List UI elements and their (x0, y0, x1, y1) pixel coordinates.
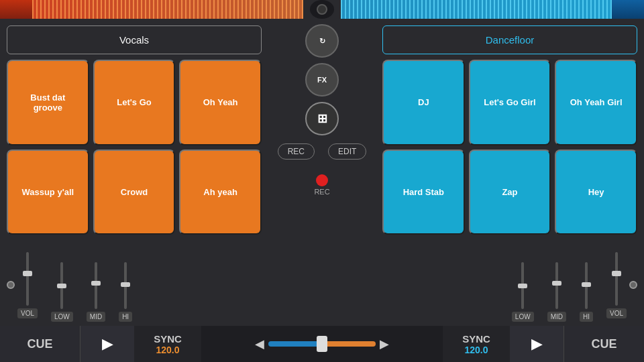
center-panel: ↻ FX ⊞ REC EDIT REC (268, 19, 376, 327)
left-eq-faders: LOW MID HI (40, 248, 132, 322)
right-sync-bpm: 120.0 (464, 345, 488, 355)
right-thumb (612, 0, 644, 19)
left-vol-section: VOL (7, 252, 38, 318)
left-play-button[interactable]: ▶ (80, 326, 134, 362)
left-pads-grid: Bust dat groove Let's Go Oh Yeah Wassup … (7, 60, 262, 235)
left-side-dot (7, 281, 15, 289)
right-side-dot (629, 281, 637, 289)
right-panel: Dancefloor DJ Let's Go Girl Oh Yeah Girl… (376, 19, 644, 327)
rec-dot (316, 174, 328, 186)
right-faders-area: LOW MID HI (382, 240, 637, 327)
left-mid-label: MID (87, 312, 105, 322)
pitch-area: ◀ ▶ (201, 326, 443, 362)
left-hi-label: HI (119, 312, 132, 322)
refresh-button[interactable]: ↻ (305, 24, 339, 58)
right-mid-label: MID (547, 312, 566, 322)
grid-icon: ⊞ (317, 111, 327, 126)
grid-button[interactable]: ⊞ (305, 102, 339, 135)
left-pad-2[interactable]: Let's Go (93, 60, 176, 145)
right-pad-1[interactable]: DJ (382, 60, 465, 145)
right-hi-label: HI (580, 312, 593, 322)
waveform-bar (0, 0, 644, 19)
rec-text: REC (314, 188, 329, 196)
right-low-label: LOW (512, 312, 534, 322)
left-sync-area[interactable]: SYNC 120.0 (134, 326, 201, 362)
pitch-slider[interactable] (268, 341, 376, 347)
disc-center (310, 0, 334, 19)
left-pad-3[interactable]: Oh Yeah (179, 60, 262, 145)
right-mid-fader[interactable]: MID (547, 262, 566, 322)
left-panel: Vocals Bust dat groove Let's Go Oh Yeah … (0, 19, 268, 327)
right-waveform (341, 0, 644, 19)
left-faders-area: VOL LOW MID (7, 240, 262, 327)
left-vol-label: VOL (17, 308, 38, 318)
edit-button[interactable]: EDIT (328, 143, 366, 160)
left-hi-fader[interactable]: HI (119, 262, 132, 322)
fx-button[interactable]: FX (305, 63, 339, 97)
right-hi-fader[interactable]: HI (580, 262, 593, 322)
left-cue-button[interactable]: CUE (0, 326, 80, 362)
left-deck-label[interactable]: Vocals (7, 25, 262, 54)
right-cue-button[interactable]: CUE (564, 326, 644, 362)
left-low-label: LOW (51, 312, 73, 322)
bottom-bar: CUE ▶ SYNC 120.0 ◀ ▶ SYNC 120.0 ▶ CUE (0, 326, 644, 362)
right-deck-label[interactable]: Dancefloor (382, 25, 637, 54)
right-play-button[interactable]: ▶ (510, 326, 564, 362)
left-vol-fader[interactable]: VOL (17, 252, 38, 318)
left-mid-fader[interactable]: MID (87, 262, 105, 322)
right-pad-2[interactable]: Let's Go Girl (469, 60, 551, 145)
right-pads-grid: DJ Let's Go Girl Oh Yeah Girl Hard Stab … (382, 60, 637, 235)
left-pad-4[interactable]: Wassup y'all (7, 149, 89, 235)
pitch-left-arrow[interactable]: ◀ (255, 337, 264, 351)
main-layout: Vocals Bust dat groove Let's Go Oh Yeah … (0, 19, 644, 327)
right-vol-section: VOL (606, 252, 637, 318)
right-low-fader[interactable]: LOW (512, 262, 534, 322)
rec-indicator-area: REC (314, 174, 329, 196)
pitch-thumb (317, 336, 327, 352)
pitch-right-arrow[interactable]: ▶ (380, 337, 389, 351)
refresh-icon: ↻ (319, 37, 325, 46)
rec-edit-row: REC EDIT (278, 143, 367, 160)
left-thumb (0, 0, 32, 19)
right-vol-fader[interactable]: VOL (606, 252, 627, 318)
right-pad-5[interactable]: Zap (469, 149, 551, 235)
right-pad-6[interactable]: Hey (555, 149, 637, 235)
left-pad-6[interactable]: Ah yeah (179, 149, 262, 235)
right-pad-3[interactable]: Oh Yeah Girl (555, 60, 637, 145)
right-sync-label: SYNC (462, 333, 490, 345)
left-sync-bpm: 120.0 (156, 345, 179, 355)
left-sync-label: SYNC (154, 333, 182, 345)
right-sync-area[interactable]: SYNC 120.0 (443, 326, 510, 362)
right-eq-faders: LOW MID HI (512, 248, 604, 322)
left-pad-5[interactable]: Crowd (93, 149, 176, 235)
right-vol-label: VOL (606, 308, 627, 318)
left-low-fader[interactable]: LOW (51, 262, 73, 322)
rec-button[interactable]: REC (278, 143, 315, 160)
left-waveform (0, 0, 303, 19)
right-pad-4[interactable]: Hard Stab (382, 149, 465, 235)
left-pad-1[interactable]: Bust dat groove (7, 60, 89, 145)
